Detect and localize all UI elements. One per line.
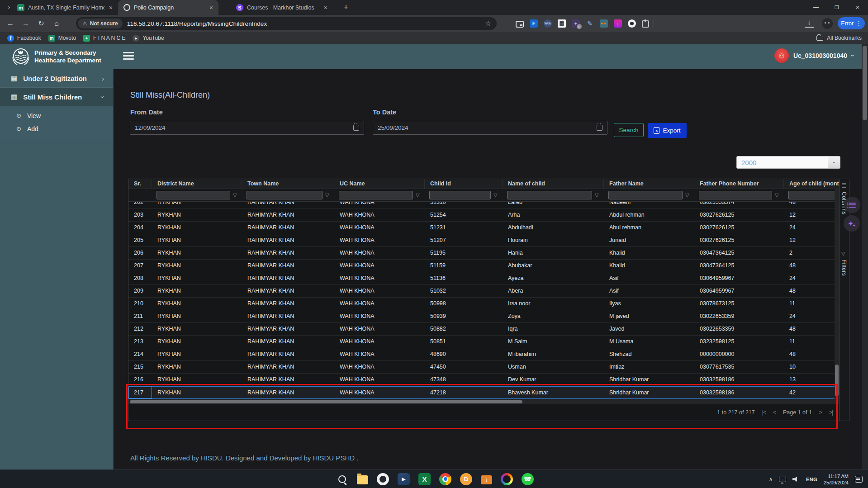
table-row[interactable]: 213RYKHANRAHIMYAR KHANWAH KHONA50851M Sa… <box>128 336 835 348</box>
columns-list-extension-icon[interactable] <box>844 197 860 213</box>
browser-profile-avatar[interactable] <box>822 18 833 29</box>
next-page-icon[interactable]: > <box>819 409 822 416</box>
browser-tab[interactable]: Polio Campaign× <box>118 0 218 15</box>
web-extension-icon[interactable]: Web <box>544 19 552 28</box>
page-scrollbar[interactable] <box>862 44 868 469</box>
back-icon[interactable]: ← <box>5 18 16 29</box>
scrollbar-thumb[interactable] <box>863 46 867 120</box>
tab-close-icon[interactable]: × <box>108 4 114 11</box>
column-header-8[interactable]: Age of child (months) <box>784 179 840 189</box>
grip-icon[interactable] <box>842 183 846 189</box>
address-bar[interactable]: ⚠ Not secure 116.58.20.67:1118/Reporting… <box>76 17 497 30</box>
notification-center-icon[interactable] <box>855 476 863 483</box>
user-menu[interactable]: ☺ Uc_031003001040 › <box>774 48 854 63</box>
bookmark-star-icon[interactable]: ☆ <box>485 19 491 28</box>
ai-sparkles-extension-icon[interactable]: ✦✦ <box>844 215 860 232</box>
reload-icon[interactable]: ↻ <box>35 18 47 29</box>
clock[interactable]: 11:17 AM 25/09/2024 <box>824 473 849 486</box>
downloader-extension-icon[interactable]: ↓ <box>614 19 622 28</box>
filter-funnel-icon[interactable]: ▽ <box>685 192 689 198</box>
bookmark-facebook[interactable]: fFacebook <box>7 35 41 42</box>
browser-tab[interactable]: SCourses - Markhor Studios× <box>231 0 333 15</box>
flag-extension-icon[interactable]: F <box>530 19 538 28</box>
table-row[interactable]: 211RYKHANRAHIMYAR KHANWAH KHONA50939Zoya… <box>128 310 835 323</box>
grid-horizontal-scrollbar[interactable] <box>128 399 839 404</box>
column-header-4[interactable]: Child Id <box>425 179 503 189</box>
hamburger-menu-icon[interactable] <box>123 52 134 61</box>
filter-funnel-icon[interactable]: ▽ <box>233 192 237 198</box>
column-filter-input[interactable] <box>608 191 683 199</box>
previous-page-icon[interactable]: < <box>773 409 776 416</box>
sidebar-subitem-add[interactable]: ⊙ Add <box>0 122 113 135</box>
downloads-icon[interactable]: ↓ <box>805 19 814 28</box>
column-header-6[interactable]: Father Name <box>604 179 694 189</box>
table-row[interactable]: 202RYKHANRAHIMYAR KHANWAH KHONA51310Lare… <box>128 202 835 209</box>
window-close-button[interactable]: × <box>847 0 868 15</box>
excel-taskbar-icon[interactable]: X <box>418 473 431 485</box>
pen-extension-icon[interactable]: ✎ <box>586 19 594 28</box>
filter-funnel-icon[interactable]: ▽ <box>775 192 778 198</box>
table-row[interactable]: 214RYKHANRAHIMYAR KHANWAH KHONA48690M ib… <box>128 348 835 361</box>
column-filter-input[interactable] <box>788 191 840 199</box>
qr-extension-icon[interactable]: ▦ <box>558 19 566 28</box>
filters-panel-tab[interactable]: Filters <box>841 260 847 276</box>
column-header-2[interactable]: Town Name <box>242 179 334 189</box>
table-row[interactable]: 204RYKHANRAHIMYAR KHANWAH KHONA51231Abdu… <box>128 222 835 234</box>
circle-extension-icon[interactable] <box>628 19 636 28</box>
sidebar-item-under2-digitization[interactable]: ▦ Under 2 Digitization › <box>0 69 113 88</box>
column-header-1[interactable]: District Name <box>152 179 242 189</box>
search-button[interactable]: Search <box>614 123 644 137</box>
amber-app-taskbar-icon[interactable]: D <box>460 473 472 485</box>
table-row[interactable]: 210RYKHANRAHIMYAR KHANWAH KHONA50998Irsa… <box>128 298 835 310</box>
rave-taskbar-icon[interactable] <box>501 473 513 485</box>
display-network-icon[interactable] <box>779 477 786 482</box>
calendar-icon[interactable] <box>353 125 359 131</box>
browser-tab[interactable]: mAustin, TX Single Family Homes× <box>12 0 118 15</box>
volume-icon[interactable] <box>792 476 800 482</box>
table-row[interactable]: 216RYKHANRAHIMYAR KHANWAH KHONA47348Dev … <box>128 374 835 386</box>
paused-extension-icon[interactable]: + <box>572 19 580 28</box>
column-header-0[interactable]: Sr. <box>128 179 152 189</box>
from-date-input[interactable]: 12/09/2024 <box>130 121 364 135</box>
table-row[interactable]: 215RYKHANRAHIMYAR KHANWAH KHONA47450Usma… <box>128 361 835 374</box>
filter-funnel-icon[interactable]: ▽ <box>416 192 419 198</box>
new-tab-button[interactable]: + <box>340 2 352 14</box>
column-filter-input[interactable] <box>699 191 772 199</box>
bookmark-movoto[interactable]: mMovoto <box>48 35 76 42</box>
column-header-7[interactable]: Father Phone Number <box>694 179 784 189</box>
column-filter-input[interactable] <box>247 191 323 199</box>
file-explorer-taskbar-icon[interactable] <box>357 475 368 484</box>
column-filter-input[interactable] <box>339 191 413 199</box>
column-filter-input[interactable] <box>157 191 230 199</box>
hidden-icons-chevron[interactable]: ∧ <box>769 476 773 482</box>
search-taskbar-icon[interactable] <box>336 473 348 485</box>
column-header-3[interactable]: UC Name <box>334 179 425 189</box>
tab-close-icon[interactable]: × <box>323 4 328 11</box>
pip-extension-icon[interactable] <box>516 21 524 28</box>
first-page-icon[interactable]: |< <box>762 409 766 416</box>
github-taskbar-icon[interactable] <box>377 473 389 485</box>
calendar-icon[interactable] <box>597 125 602 131</box>
whatsapp-taskbar-icon[interactable]: ☎ <box>522 473 534 485</box>
all-bookmarks-button[interactable]: All Bookmarks <box>816 35 862 41</box>
bookmark-finance[interactable]: +F I N A N C E <box>83 35 125 42</box>
home-icon[interactable]: ⌂ <box>51 18 62 29</box>
error-button[interactable]: Error ⋮ <box>838 17 865 29</box>
page-size-select[interactable]: 2000 › <box>736 156 840 169</box>
robot-extension-icon[interactable] <box>600 19 608 28</box>
table-row[interactable]: 207RYKHANRAHIMYAR KHANWAH KHONA51159Abub… <box>128 260 835 272</box>
tab-close-icon[interactable]: × <box>209 4 214 11</box>
last-page-icon[interactable]: >| <box>829 409 833 416</box>
export-button[interactable]: x Export <box>648 123 687 138</box>
table-row[interactable]: 212RYKHANRAHIMYAR KHANWAH KHONA50882Iqra… <box>128 323 835 336</box>
scrollbar-thumb[interactable] <box>835 365 839 396</box>
filter-funnel-icon[interactable]: ▽ <box>493 192 497 198</box>
dropdown-button[interactable]: › <box>828 156 840 168</box>
sidebar-subitem-view[interactable]: ⊙ View <box>0 109 113 122</box>
media-player-taskbar-icon[interactable]: ▶ <box>398 473 410 485</box>
table-row[interactable]: 203RYKHANRAHIMYAR KHANWAH KHONA51254Arha… <box>128 209 835 222</box>
column-filter-input[interactable] <box>507 191 592 199</box>
forward-icon[interactable]: → <box>20 18 32 29</box>
column-filter-input[interactable] <box>429 191 491 199</box>
window-minimize-button[interactable]: — <box>806 0 826 15</box>
